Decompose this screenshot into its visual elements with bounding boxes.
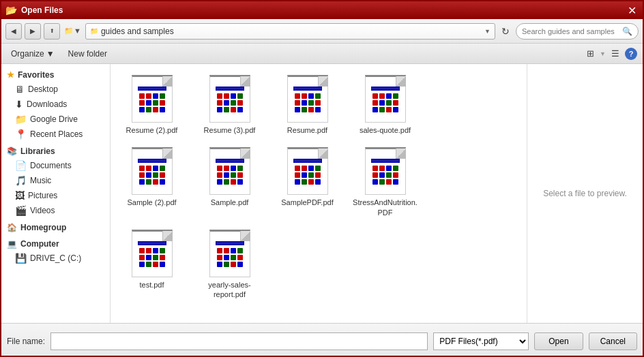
bottom-bar: File name: PDF Files(*.pdf) Open Cancel xyxy=(1,323,643,357)
file-icon xyxy=(209,147,250,195)
file-icon xyxy=(287,75,328,123)
file-item[interactable]: StressAndNutrition.PDF xyxy=(349,142,421,221)
documents-label: Documents xyxy=(30,161,72,170)
music-icon: 🎵 xyxy=(15,175,27,186)
favorites-star-icon: ★ xyxy=(7,70,14,80)
view-controls: ⊞ ▼ ☰ ? xyxy=(582,46,637,61)
toolbar: ◀ ▶ ⬆ 📁▼ 📁 guides and samples ▼ ↻ 🔍 xyxy=(1,19,643,44)
file-item[interactable]: Sample.pdf xyxy=(194,142,265,221)
drive-c-label: DRIVE_C (C:) xyxy=(30,253,81,263)
downloads-label: Downloads xyxy=(27,99,67,109)
file-grid: Resume (2).pdf xyxy=(116,69,521,303)
help-button[interactable]: ? xyxy=(625,48,637,60)
homegroup-header[interactable]: 🏠 Homegroup xyxy=(1,221,110,234)
file-label: SamplePDF.pdf xyxy=(281,198,333,207)
file-icon xyxy=(209,75,250,123)
filename-label: File name: xyxy=(7,337,45,346)
view-thumbnails-button[interactable]: ⊞ xyxy=(582,46,598,61)
file-icon xyxy=(132,147,173,195)
address-dropdown-icon[interactable]: ▼ xyxy=(484,28,491,35)
file-item[interactable]: Resume (2).pdf xyxy=(116,69,188,139)
file-item[interactable]: SamplePDF.pdf xyxy=(272,142,343,221)
file-icon xyxy=(365,75,406,123)
sidebar-item-recent-places[interactable]: 📍 Recent Places xyxy=(1,127,110,142)
address-text: guides and samples xyxy=(101,27,482,36)
file-item[interactable]: yearly-sales-report.pdf xyxy=(194,224,265,304)
recent-places-icon: 📍 xyxy=(15,129,27,140)
sidebar-item-music[interactable]: 🎵 Music xyxy=(1,173,110,188)
file-item[interactable]: Resume.pdf xyxy=(272,69,343,139)
view-details-button[interactable]: ☰ xyxy=(607,46,624,61)
computer-label: Computer xyxy=(20,239,59,249)
file-item[interactable]: sales-quote.pdf xyxy=(349,69,421,139)
new-folder-button[interactable]: New folder xyxy=(64,48,111,60)
libraries-label: Libraries xyxy=(20,146,55,156)
filename-input[interactable] xyxy=(50,332,428,350)
file-item[interactable]: test.pdf xyxy=(116,224,188,304)
close-button[interactable]: ✕ xyxy=(625,3,639,17)
recent-locations-icon: 📁▼ xyxy=(64,27,81,35)
file-icon xyxy=(209,230,250,277)
file-label: Sample (2).pdf xyxy=(127,198,176,207)
preview-text: Select a file to preview. xyxy=(543,189,627,198)
file-label: test.pdf xyxy=(139,280,164,290)
sidebar-item-downloads[interactable]: ⬇ Downloads xyxy=(1,97,110,112)
file-label: yearly-sales-report.pdf xyxy=(196,280,263,300)
up-button[interactable]: ⬆ xyxy=(44,23,60,40)
refresh-button[interactable]: ↻ xyxy=(498,24,513,39)
file-label: Sample.pdf xyxy=(211,198,249,207)
search-bar: 🔍 xyxy=(516,23,639,40)
pictures-icon: 🖼 xyxy=(15,190,25,201)
open-files-dialog: 📂 Open Files ✕ ◀ ▶ ⬆ 📁▼ 📁 guides and sam… xyxy=(0,0,644,357)
file-item[interactable]: Sample (2).pdf xyxy=(116,142,188,221)
computer-header[interactable]: 💻 Computer xyxy=(1,237,110,251)
google-drive-label: Google Drive xyxy=(30,114,78,124)
libraries-header[interactable]: 📚 Libraries xyxy=(1,144,110,158)
libraries-section: 📚 Libraries 📄 Documents 🎵 Music 🖼 Pictur… xyxy=(1,144,110,218)
organize-button[interactable]: Organize ▼ xyxy=(7,48,59,60)
search-input[interactable] xyxy=(522,27,619,35)
file-icon xyxy=(132,75,173,123)
forward-button[interactable]: ▶ xyxy=(25,23,41,40)
desktop-label: Desktop xyxy=(28,84,58,94)
sidebar-item-drive-c[interactable]: 💾 DRIVE_C (C:) xyxy=(1,251,110,266)
address-folder-icon: 📁 xyxy=(90,27,98,35)
desktop-icon: 🖥 xyxy=(15,84,25,95)
file-label: Resume (3).pdf xyxy=(204,125,256,135)
sidebar: ★ Favorites 🖥 Desktop ⬇ Downloads 📁 Goog… xyxy=(1,64,111,323)
search-icon: 🔍 xyxy=(622,27,632,36)
sidebar-item-documents[interactable]: 📄 Documents xyxy=(1,158,110,173)
filetype-select[interactable]: PDF Files(*.pdf) xyxy=(433,332,529,350)
favorites-header[interactable]: ★ Favorites xyxy=(1,68,110,82)
dialog-icon: 📂 xyxy=(5,5,17,16)
computer-section: 💻 Computer 💾 DRIVE_C (C:) xyxy=(1,237,110,266)
sidebar-item-videos[interactable]: 🎬 Videos xyxy=(1,203,110,218)
view-separator: ▼ xyxy=(600,50,606,57)
cancel-button[interactable]: Cancel xyxy=(589,332,637,350)
file-area: Resume (2).pdf xyxy=(111,64,527,323)
back-button[interactable]: ◀ xyxy=(5,23,22,40)
favorites-label: Favorites xyxy=(18,70,54,80)
sidebar-item-pictures[interactable]: 🖼 Pictures xyxy=(1,188,110,203)
sidebar-item-google-drive[interactable]: 📁 Google Drive xyxy=(1,112,110,127)
preview-area: Select a file to preview. xyxy=(527,64,643,323)
file-item[interactable]: Resume (3).pdf xyxy=(194,69,265,139)
libraries-icon: 📚 xyxy=(7,146,17,156)
file-label: StressAndNutrition.PDF xyxy=(352,198,418,217)
documents-icon: 📄 xyxy=(15,160,27,171)
videos-label: Videos xyxy=(30,206,55,215)
file-label: Resume.pdf xyxy=(287,125,327,135)
file-icon xyxy=(365,147,406,195)
open-button[interactable]: Open xyxy=(534,332,583,350)
favorites-section: ★ Favorites 🖥 Desktop ⬇ Downloads 📁 Goog… xyxy=(1,68,110,142)
music-label: Music xyxy=(30,176,51,185)
homegroup-icon: 🏠 xyxy=(7,223,17,232)
address-bar[interactable]: 📁 guides and samples ▼ xyxy=(85,23,495,40)
downloads-icon: ⬇ xyxy=(15,99,23,110)
homegroup-section: 🏠 Homegroup xyxy=(1,221,110,234)
homegroup-label: Homegroup xyxy=(20,223,66,232)
drive-c-icon: 💾 xyxy=(15,253,27,264)
file-icon xyxy=(287,147,328,195)
file-label: sales-quote.pdf xyxy=(360,125,411,135)
sidebar-item-desktop[interactable]: 🖥 Desktop xyxy=(1,82,110,97)
